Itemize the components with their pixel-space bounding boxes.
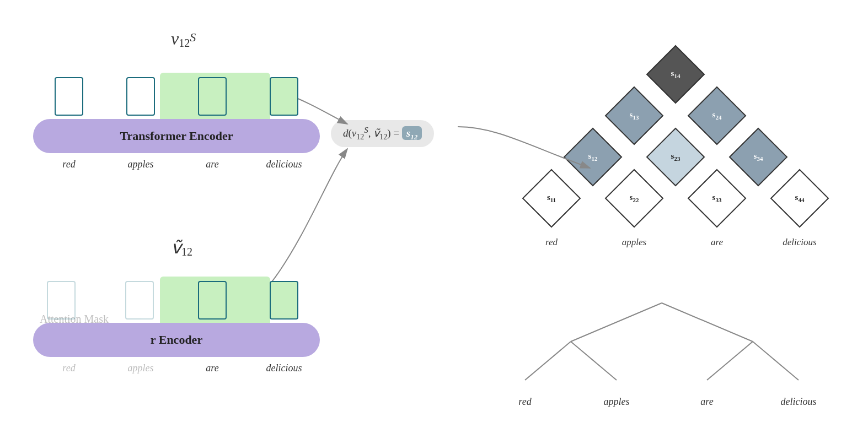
top-word-row: red apples are delicious bbox=[33, 159, 320, 170]
tree-line-l-lr bbox=[571, 342, 617, 380]
diamond-word-3: are bbox=[711, 237, 723, 247]
formula-text: d(v12S, ṽ12) = s12 bbox=[343, 127, 422, 139]
token-4 bbox=[270, 77, 298, 116]
top-word-2: apples bbox=[119, 159, 163, 170]
bottom-encoder-label: r Encoder bbox=[151, 333, 202, 346]
parse-tree: .ptline { stroke: #888; stroke-width: 2;… bbox=[480, 286, 844, 430]
top-encoder-group: Transformer Encoder red apples are delic… bbox=[33, 77, 320, 170]
bottom-encoder-box: r Encoder bbox=[33, 323, 320, 357]
bottom-word-2: apples bbox=[119, 362, 163, 374]
bottom-token-4 bbox=[270, 281, 298, 320]
bottom-word-4: delicious bbox=[262, 362, 306, 374]
tree-line-root-right bbox=[662, 303, 753, 342]
bottom-word-row: red apples are delicious bbox=[33, 362, 320, 374]
top-encoder-label: Transformer Encoder bbox=[120, 129, 233, 143]
diamond-word-4: delicious bbox=[783, 237, 817, 247]
token-1 bbox=[55, 77, 83, 116]
v12t-label: ṽ12 bbox=[171, 237, 192, 258]
v12s-label: v12S bbox=[171, 29, 196, 50]
tree-word-2: apples bbox=[604, 396, 630, 407]
top-token-row bbox=[33, 77, 320, 116]
diamond-word-1: red bbox=[545, 237, 558, 247]
tree-line-l-ll bbox=[525, 342, 571, 380]
tree-line-root-left bbox=[571, 303, 662, 342]
diagram-container: Transformer Encoder red apples are delic… bbox=[0, 0, 868, 444]
top-word-1: red bbox=[47, 159, 91, 170]
token-2 bbox=[126, 77, 155, 116]
bottom-token-3 bbox=[198, 281, 227, 320]
tree-word-4: delicious bbox=[781, 396, 817, 407]
top-word-4: delicious bbox=[262, 159, 306, 170]
bottom-word-3: are bbox=[190, 362, 234, 374]
top-encoder-box: Transformer Encoder bbox=[33, 119, 320, 153]
distance-formula: d(v12S, ṽ12) = s12 bbox=[331, 120, 434, 147]
tree-word-3: are bbox=[700, 396, 713, 407]
bottom-spacer-2 bbox=[126, 281, 155, 320]
bottom-word-1: red bbox=[47, 362, 91, 374]
diamond-chart: .dcell { stroke: #333; stroke-width: 2; … bbox=[513, 30, 838, 262]
top-word-3: are bbox=[190, 159, 234, 170]
bottom-spacer-1 bbox=[55, 281, 83, 320]
tree-line-r-rr bbox=[753, 342, 799, 380]
bottom-encoder-group: r Encoder red apples are delicious bbox=[33, 281, 320, 374]
tree-word-1: red bbox=[518, 396, 532, 407]
tree-line-r-rl bbox=[707, 342, 753, 380]
bottom-token-row bbox=[33, 281, 320, 320]
diamond-word-2: apples bbox=[622, 237, 647, 247]
token-3 bbox=[198, 77, 227, 116]
